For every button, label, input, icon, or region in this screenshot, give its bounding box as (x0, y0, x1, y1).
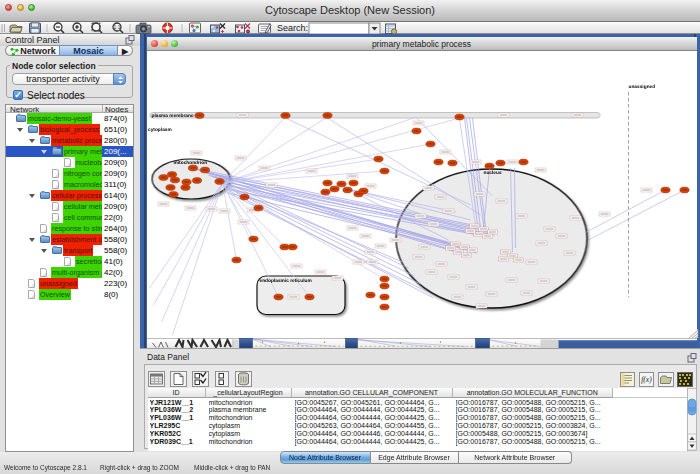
svg-text:plasma membrane: plasma membrane (151, 113, 193, 119)
svg-text:1:1: 1:1 (114, 24, 121, 30)
svg-text:cytoplasm: cytoplasm (148, 127, 172, 133)
svg-text:f(x): f(x) (641, 375, 652, 384)
svg-text:Search:: Search: (277, 23, 308, 33)
svg-text:endoplasmic reticulum: endoplasmic reticulum (259, 278, 311, 284)
svg-text:nucleus: nucleus (483, 170, 501, 176)
svg-text:unassigned: unassigned (628, 84, 655, 90)
svg-text:mitochondrion: mitochondrion (173, 160, 207, 166)
